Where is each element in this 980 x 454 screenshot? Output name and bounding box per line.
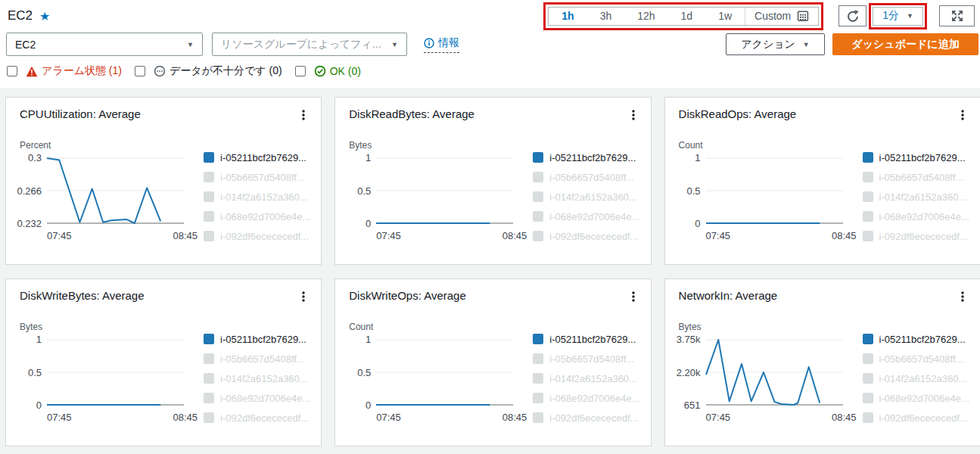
filter-insufficient-label: データが不十分です (0) xyxy=(170,64,282,78)
legend-label: i-05b6657d5408ff... xyxy=(549,172,634,183)
period-dropdown[interactable]: 1分 ▼ xyxy=(873,7,923,26)
chart-plot-area[interactable] xyxy=(376,157,513,224)
chart-plot-area[interactable] xyxy=(376,339,513,406)
legend-label: i-05211bcf2b7629... xyxy=(220,152,306,163)
time-range-1w[interactable]: 1w xyxy=(705,8,745,25)
kebab-menu-icon[interactable] xyxy=(296,289,311,307)
add-to-dashboard-button[interactable]: ダッシュボードに追加 xyxy=(832,33,978,55)
y-tick: 0 xyxy=(366,218,371,229)
legend-item[interactable]: i-092df6ecececedf... xyxy=(533,408,639,428)
legend-item[interactable]: i-068e92d7006e4e... xyxy=(863,207,969,226)
y-tick: 0.3 xyxy=(28,152,42,163)
legend-item[interactable]: i-068e92d7006e4e... xyxy=(204,388,310,408)
legend-item[interactable]: i-05b6657d5408ff... xyxy=(863,349,969,368)
legend-swatch xyxy=(863,353,873,364)
kebab-menu-icon[interactable] xyxy=(955,289,970,307)
kebab-menu-icon[interactable] xyxy=(296,107,311,126)
time-range-1h[interactable]: 1h xyxy=(549,8,586,25)
resource-group-select[interactable]: リソースグループによってフィ... ▼ xyxy=(212,33,407,56)
namespace-select[interactable]: EC2 ▼ xyxy=(6,33,203,56)
legend-item[interactable]: i-092df6ecececedf... xyxy=(863,408,969,428)
actions-button[interactable]: アクション ▼ xyxy=(726,33,825,55)
y-tick: 1 xyxy=(695,152,700,163)
alarm-state-filters: アラーム状態 (1) データが不十分です (0) OK (0) xyxy=(0,64,980,79)
time-range-custom[interactable]: Custom xyxy=(745,8,818,25)
y-tick: 0 xyxy=(695,218,700,229)
y-tick: 651 xyxy=(684,400,701,411)
info-label: 情報 xyxy=(438,36,459,50)
x-tick: 08:45 xyxy=(832,412,857,423)
action-buttons: アクション ▼ ダッシュボードに追加 xyxy=(726,33,978,55)
legend-item[interactable]: i-092df6ecececedf... xyxy=(863,226,969,246)
legend-item[interactable]: i-05211bcf2b7629... xyxy=(204,148,310,167)
legend-item[interactable]: i-05b6657d5408ff... xyxy=(863,167,969,187)
legend-swatch xyxy=(204,172,214,182)
legend-item[interactable]: i-05b6657d5408ff... xyxy=(204,349,310,368)
legend-label: i-05211bcf2b7629... xyxy=(220,334,306,345)
insufficient-checkbox[interactable] xyxy=(135,66,145,76)
legend-item[interactable]: i-014f2a6152a360... xyxy=(204,368,310,388)
legend-item[interactable]: i-014f2a6152a360... xyxy=(533,368,639,388)
legend-item[interactable]: i-05211bcf2b7629... xyxy=(863,329,969,349)
time-range-control: 1h3h12h1d1w Custom xyxy=(548,7,819,26)
info-icon xyxy=(424,38,434,48)
ok-checkbox[interactable] xyxy=(295,66,306,76)
legend-swatch xyxy=(863,152,873,163)
chart-title: DiskReadOps: Average xyxy=(679,107,797,120)
chart-plot-area[interactable] xyxy=(47,157,184,224)
legend-item[interactable]: i-092df6ecececedf... xyxy=(204,226,310,246)
legend-item[interactable]: i-068e92d7006e4e... xyxy=(533,388,639,408)
time-controls: 1h3h12h1d1w Custom xyxy=(543,2,975,30)
legend-item[interactable]: i-05b6657d5408ff... xyxy=(533,349,639,368)
chart-svg xyxy=(376,339,513,406)
legend-item[interactable]: i-092df6ecececedf... xyxy=(204,408,310,428)
y-tick: 1 xyxy=(36,334,42,345)
legend-label: i-014f2a6152a360... xyxy=(879,191,967,203)
legend-item[interactable]: i-014f2a6152a360... xyxy=(204,187,310,207)
chart-plot-area[interactable] xyxy=(706,157,843,224)
fullscreen-button[interactable] xyxy=(939,5,975,26)
kebab-menu-icon[interactable] xyxy=(626,107,641,126)
legend-item[interactable]: i-05211bcf2b7629... xyxy=(863,148,969,167)
alarm-checkbox[interactable] xyxy=(7,66,17,76)
legend-item[interactable]: i-05211bcf2b7629... xyxy=(533,148,639,167)
legend-item[interactable]: i-05211bcf2b7629... xyxy=(204,329,310,349)
chart-svg xyxy=(47,157,184,224)
favorite-star-icon[interactable]: ★ xyxy=(39,9,50,23)
legend-item[interactable]: i-068e92d7006e4e... xyxy=(533,207,639,226)
legend-item[interactable]: i-014f2a6152a360... xyxy=(863,368,969,388)
legend-item[interactable]: i-05b6657d5408ff... xyxy=(204,167,310,187)
chart-svg xyxy=(706,157,843,224)
legend-label: i-014f2a6152a360... xyxy=(879,373,967,384)
time-range-12h[interactable]: 12h xyxy=(624,8,667,25)
kebab-menu-icon[interactable] xyxy=(626,289,641,307)
legend-item[interactable]: i-014f2a6152a360... xyxy=(863,187,969,207)
kebab-menu-icon[interactable] xyxy=(955,107,970,126)
filter-alarm: アラーム状態 (1) xyxy=(7,64,122,78)
legend-item[interactable]: i-05211bcf2b7629... xyxy=(533,329,639,349)
legend-swatch xyxy=(533,172,543,182)
chart-plot-area[interactable] xyxy=(706,339,843,406)
legend-item[interactable]: i-068e92d7006e4e... xyxy=(863,388,969,408)
info-link[interactable]: 情報 xyxy=(424,36,459,53)
legend-item[interactable]: i-014f2a6152a360... xyxy=(533,187,639,207)
time-range-1d[interactable]: 1d xyxy=(668,8,706,25)
chevron-down-icon: ▼ xyxy=(187,41,194,48)
legend-swatch xyxy=(204,373,214,384)
y-axis-ticks: 1 0.5 0 xyxy=(679,157,706,224)
legend-label: i-068e92d7006e4e... xyxy=(879,211,969,222)
chart-svg xyxy=(376,157,513,224)
y-tick: 0 xyxy=(36,400,42,411)
legend-label: i-092df6ecececedf... xyxy=(220,231,309,242)
legend-swatch xyxy=(863,211,873,222)
namespace-value: EC2 xyxy=(15,39,36,51)
legend-swatch xyxy=(204,231,214,241)
filter-bar: EC2 ▼ リソースグループによってフィ... ▼ 情報 アクション ▼ ダッシ… xyxy=(0,33,980,56)
time-range-3h[interactable]: 3h xyxy=(587,8,625,25)
legend-item[interactable]: i-068e92d7006e4e... xyxy=(204,207,310,226)
chart-plot-area[interactable] xyxy=(47,339,184,406)
legend-item[interactable]: i-092df6ecececedf... xyxy=(533,226,639,246)
refresh-button[interactable] xyxy=(838,5,866,26)
y-axis-ticks: 1 0.5 0 xyxy=(349,157,376,224)
legend-item[interactable]: i-05b6657d5408ff... xyxy=(533,167,639,187)
